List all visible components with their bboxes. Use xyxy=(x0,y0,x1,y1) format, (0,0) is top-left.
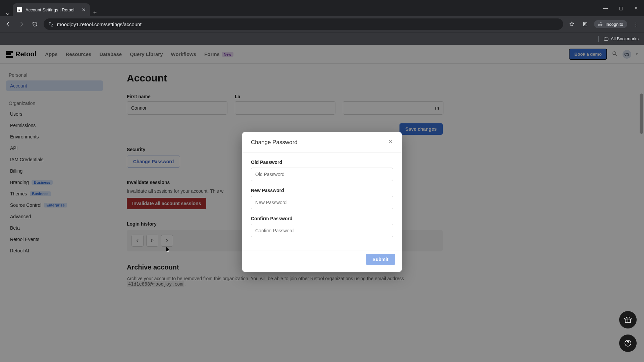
page-title: Account xyxy=(127,72,627,84)
window-close-icon[interactable]: ✕ xyxy=(629,0,644,16)
sidebar-item-users[interactable]: Users xyxy=(6,109,103,119)
nav-workflows[interactable]: Workflows xyxy=(171,51,197,57)
incognito-label: Incognito xyxy=(605,22,623,27)
nav-database[interactable]: Database xyxy=(99,51,122,57)
sidebar-section-organization: Organization xyxy=(9,101,103,106)
site-settings-icon[interactable] xyxy=(48,21,54,27)
tab-close-icon[interactable]: ✕ xyxy=(82,7,86,12)
sidebar-item-account[interactable]: Account xyxy=(6,80,103,91)
first-name-input[interactable] xyxy=(127,101,227,115)
sidebar-item-branding[interactable]: Branding Business xyxy=(6,177,103,188)
confirm-password-label: Confirm Password xyxy=(251,216,393,221)
tab-search-dropdown[interactable] xyxy=(3,12,13,16)
retool-logo-icon xyxy=(6,51,13,58)
invalidate-sessions-button[interactable]: Invalidate all account sessions xyxy=(127,198,206,209)
pager-page-number: 0 xyxy=(146,235,158,247)
gift-icon xyxy=(624,316,632,324)
browser-menu-icon[interactable]: ⋮ xyxy=(631,19,641,29)
business-badge: Business xyxy=(32,180,53,185)
window-minimize-icon[interactable]: — xyxy=(598,0,613,16)
svg-rect-0 xyxy=(584,22,587,26)
enterprise-badge: Enterprise xyxy=(44,203,67,207)
incognito-badge[interactable]: Incognito xyxy=(594,20,627,28)
app-header: Retool Apps Resources Database Query Lib… xyxy=(0,45,644,64)
last-name-label: La xyxy=(235,94,335,99)
last-name-input[interactable] xyxy=(235,101,335,115)
url-text: moodjoy1.retool.com/settings/account xyxy=(57,21,142,27)
modal-close-button[interactable] xyxy=(388,139,393,146)
new-password-input[interactable] xyxy=(251,196,393,209)
sidebar-item-advanced[interactable]: Advanced xyxy=(6,211,103,222)
divider xyxy=(598,36,599,42)
pager-prev-button[interactable] xyxy=(131,235,144,247)
nav-apps[interactable]: Apps xyxy=(45,51,58,57)
folder-icon xyxy=(603,36,609,42)
bookmark-star-icon[interactable] xyxy=(567,19,577,29)
tab-title: Account Settings | Retool xyxy=(25,7,74,12)
brand-name: Retool xyxy=(15,50,36,58)
sidebar-item-api[interactable]: API xyxy=(6,143,103,154)
browser-tab-strip: ≡ Account Settings | Retool ✕ + — ▢ ✕ xyxy=(0,0,644,16)
business-badge: Business xyxy=(30,191,51,196)
reload-button[interactable] xyxy=(30,19,40,29)
nav-resources[interactable]: Resources xyxy=(66,51,92,57)
retool-logo[interactable]: Retool xyxy=(6,50,36,58)
sidebar-item-iam[interactable]: IAM Credentials xyxy=(6,154,103,165)
archive-account-desc: Archive your account to be removed from … xyxy=(127,276,429,287)
avatar[interactable]: CS xyxy=(623,50,631,59)
tab-favicon: ≡ xyxy=(17,7,22,12)
all-bookmarks-button[interactable]: All Bookmarks xyxy=(603,36,639,42)
email-label xyxy=(343,94,443,99)
pager-next-button[interactable] xyxy=(161,235,173,247)
modal-title: Change Password xyxy=(251,139,298,146)
sidebar-item-environments[interactable]: Environments xyxy=(6,131,103,142)
book-demo-button[interactable]: Book a demo xyxy=(569,49,607,60)
sidebar-item-billing[interactable]: Billing xyxy=(6,166,103,176)
help-icon xyxy=(624,339,632,347)
svg-point-2 xyxy=(613,52,616,55)
extensions-icon[interactable] xyxy=(581,19,590,29)
gift-fab[interactable] xyxy=(619,311,637,328)
browser-tab[interactable]: ≡ Account Settings | Retool ✕ xyxy=(13,3,90,16)
close-icon xyxy=(388,139,393,144)
old-password-input[interactable] xyxy=(251,168,393,181)
sidebar-item-retool-events[interactable]: Retool Events xyxy=(6,234,103,245)
new-badge: New xyxy=(222,52,233,57)
new-tab-button[interactable]: + xyxy=(90,9,100,16)
sidebar-item-source-control[interactable]: Source Control Enterprise xyxy=(6,200,103,210)
nav-query-library[interactable]: Query Library xyxy=(130,51,163,57)
archive-email-code: 41d1e868@moodjoy.com xyxy=(127,281,184,287)
back-button[interactable] xyxy=(3,19,13,29)
settings-sidebar: Personal Account Organization Users Perm… xyxy=(0,64,109,362)
submit-button[interactable]: Submit xyxy=(366,254,395,265)
forward-button[interactable] xyxy=(17,19,26,29)
svg-rect-1 xyxy=(585,23,586,25)
all-bookmarks-label: All Bookmarks xyxy=(611,36,639,41)
sidebar-item-themes[interactable]: Themes Business xyxy=(6,188,103,199)
nav-forms[interactable]: Forms New xyxy=(204,51,233,57)
first-name-label: First name xyxy=(127,94,227,99)
sidebar-section-personal: Personal xyxy=(9,72,103,78)
help-fab[interactable] xyxy=(619,335,637,352)
confirm-password-input[interactable] xyxy=(251,224,393,237)
change-password-modal: Change Password Old Password New Passwor… xyxy=(242,132,402,272)
scrollbar-thumb[interactable] xyxy=(640,94,643,134)
address-bar[interactable]: moodjoy1.retool.com/settings/account xyxy=(44,18,563,30)
bookmarks-bar: All Bookmarks xyxy=(0,32,644,45)
change-password-button[interactable]: Change Password xyxy=(127,156,180,168)
sidebar-item-beta[interactable]: Beta xyxy=(6,223,103,233)
old-password-label: Old Password xyxy=(251,160,393,165)
chevron-down-icon[interactable]: ▾ xyxy=(636,52,638,56)
new-password-label: New Password xyxy=(251,188,393,193)
save-changes-button[interactable]: Save changes xyxy=(399,123,443,135)
sidebar-item-permissions[interactable]: Permissions xyxy=(6,120,103,131)
email-input[interactable] xyxy=(343,101,443,115)
search-icon[interactable] xyxy=(612,51,618,58)
browser-toolbar: moodjoy1.retool.com/settings/account Inc… xyxy=(0,16,644,32)
sidebar-item-retool-ai[interactable]: Retool AI xyxy=(6,245,103,256)
window-maximize-icon[interactable]: ▢ xyxy=(613,0,629,16)
